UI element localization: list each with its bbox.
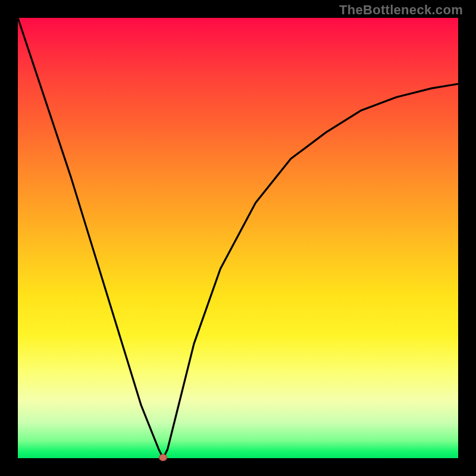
watermark-text: TheBottleneck.com	[339, 2, 463, 18]
bottleneck-curve	[18, 18, 458, 458]
chart-frame: TheBottleneck.com	[0, 0, 476, 476]
curve-layer	[18, 18, 458, 458]
minimum-marker	[159, 454, 167, 461]
